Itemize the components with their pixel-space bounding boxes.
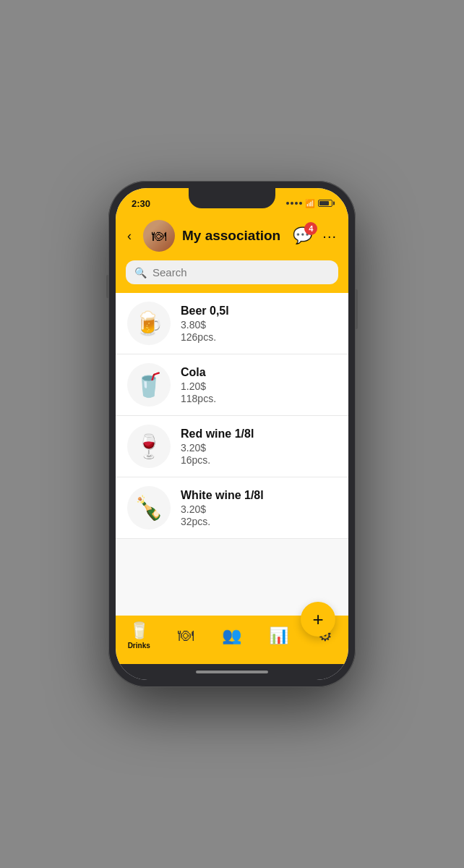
list-item[interactable]: 🍷 Red wine 1/8l 3.20$ 16pcs. [116,416,348,477]
home-indicator [116,664,348,680]
item-price: 1.20$ [181,380,216,392]
status-time: 2:30 [132,198,150,209]
item-list: 🍺 Beer 0,5l 3.80$ 126pcs. 🥤 Cola 1.20$ 1… [116,293,348,616]
page-title: My association [182,228,285,244]
drinks-icon: 🥛 [129,621,149,640]
avatar: 🍽 [143,220,175,252]
item-price: 3.20$ [181,503,264,515]
list-item[interactable]: 🥤 Cola 1.20$ 118pcs. [116,354,348,416]
nav-label: Drinks [128,642,150,650]
item-info: White wine 1/8l 3.20$ 32pcs. [181,489,264,527]
item-info: Red wine 1/8l 3.20$ 16pcs. [181,427,254,466]
item-price: 3.20$ [181,442,254,454]
item-qty: 118pcs. [181,393,216,404]
notification-badge: 4 [304,222,317,235]
more-options-button[interactable]: ··· [322,228,337,244]
signal-icon [286,202,302,205]
header: ‹ 🍽 My association 💬 4 ··· [116,214,348,260]
back-button[interactable]: ‹ [127,227,136,245]
members-icon: 👥 [222,626,241,645]
item-name: Cola [181,366,216,379]
item-price: 3.80$ [181,319,229,331]
item-image: 🍺 [127,302,171,345]
item-info: Cola 1.20$ 118pcs. [181,366,216,404]
notch [189,188,275,208]
nav-item-food[interactable]: 🍽 [168,626,204,645]
stats-icon: 📊 [269,626,288,645]
item-name: Beer 0,5l [181,305,229,318]
search-input-wrap[interactable]: 🔍 [126,260,338,284]
item-name: Red wine 1/8l [181,427,254,441]
battery-icon [318,200,332,207]
list-item[interactable]: 🍺 Beer 0,5l 3.80$ 126pcs. [116,293,348,354]
wifi-icon: 📶 [305,199,315,208]
nav-item-members[interactable]: 👥 [214,626,250,645]
item-qty: 32pcs. [181,516,264,527]
item-qty: 126pcs. [181,331,229,343]
header-actions: 💬 4 ··· [293,226,337,245]
nav-item-stats[interactable]: 📊 [260,626,296,645]
search-input[interactable] [152,266,330,278]
item-image: 🍷 [127,425,171,468]
nav-item-drinks[interactable]: 🥛 Drinks [121,621,157,650]
list-item[interactable]: 🍾 White wine 1/8l 3.20$ 32pcs. [116,477,348,539]
status-icons: 📶 [286,199,332,208]
plus-icon: + [312,608,323,631]
food-icon: 🍽 [178,626,194,645]
search-bar: 🔍 [116,260,348,293]
item-image: 🍾 [127,486,171,529]
item-info: Beer 0,5l 3.80$ 126pcs. [181,305,229,343]
add-item-button[interactable]: + [301,602,335,637]
notifications-button[interactable]: 💬 4 [293,226,312,245]
item-name: White wine 1/8l [181,489,264,502]
search-icon: 🔍 [134,267,147,278]
item-qty: 16pcs. [181,454,254,466]
item-image: 🥤 [127,363,171,407]
